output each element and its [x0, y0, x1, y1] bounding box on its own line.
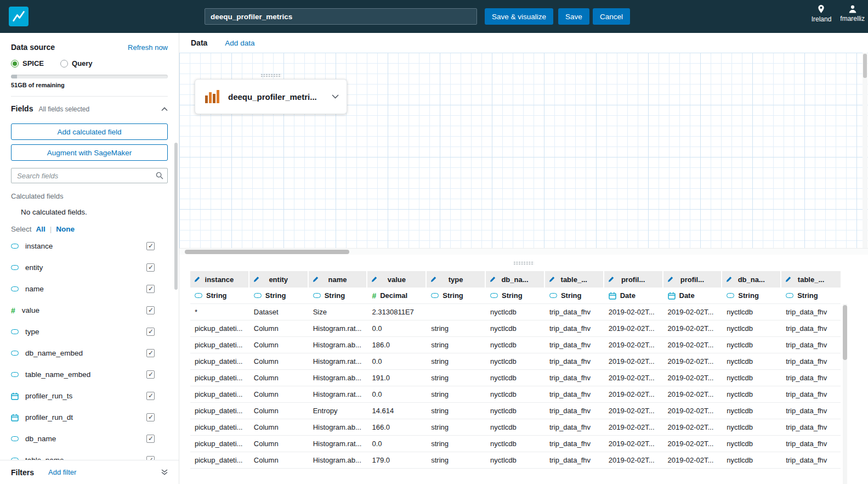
edit-column-icon[interactable] [608, 277, 614, 283]
field-row-instance[interactable]: instance [0, 235, 179, 257]
string-type-icon [727, 293, 734, 298]
edit-column-icon[interactable] [194, 277, 200, 283]
dataset-card[interactable]: deequ_profiler_metri... [195, 79, 347, 114]
card-drag-handle[interactable] [260, 74, 281, 77]
column-header[interactable]: table_... [781, 271, 841, 288]
augment-sagemaker-button[interactable]: Augment with SageMaker [11, 144, 168, 161]
field-checkbox[interactable] [146, 306, 155, 314]
tab-data[interactable]: Data [191, 38, 207, 47]
column-header[interactable]: db_na... [486, 271, 545, 288]
column-type-label: String [442, 291, 463, 300]
refresh-now-link[interactable]: Refresh now [128, 43, 168, 52]
data-preview: instanceentitynamevaluetypedb_na...table… [179, 271, 868, 484]
column-type-cell: String [781, 288, 841, 304]
add-filter-link[interactable]: Add filter [48, 468, 76, 476]
field-row-name[interactable]: name [0, 278, 179, 300]
save-button[interactable]: Save [558, 8, 589, 25]
column-header[interactable]: type [427, 271, 486, 288]
scrollbar-thumb[interactable] [863, 54, 867, 78]
field-row-table_name_embed[interactable]: table_name_embed [0, 364, 179, 385]
field-checkbox[interactable] [146, 349, 155, 357]
column-header[interactable]: name [309, 271, 368, 288]
edit-column-icon[interactable] [785, 277, 791, 283]
field-checkbox[interactable] [146, 392, 155, 400]
scrollbar-thumb[interactable] [185, 250, 349, 254]
select-none-link[interactable]: None [56, 225, 75, 233]
save-visualize-button[interactable]: Save & visualize [485, 8, 553, 25]
field-checkbox[interactable] [146, 370, 155, 379]
field-label: db_name_embed [25, 349, 83, 357]
column-header[interactable]: profil... [604, 271, 663, 288]
edit-column-icon[interactable] [371, 277, 377, 283]
table-cell: string [427, 436, 486, 452]
edit-column-icon[interactable] [430, 277, 436, 283]
field-row-db_name_embed[interactable]: db_name_embed [0, 342, 179, 364]
table-cell: pickup_dateti... [190, 337, 249, 353]
cancel-button[interactable]: Cancel [593, 8, 630, 25]
edit-column-icon[interactable] [667, 277, 673, 283]
edit-column-icon[interactable] [549, 277, 555, 283]
column-header[interactable]: value [367, 271, 427, 288]
column-type-label: String [738, 291, 759, 300]
edit-column-icon[interactable] [726, 277, 732, 283]
user-menu[interactable]: fmarelliz [840, 4, 865, 23]
table-cell: 2.3130811E7 [367, 304, 427, 320]
edit-column-icon[interactable] [490, 277, 496, 283]
table-cell: nyctlcdb [486, 403, 545, 419]
table-cell: trip_data_fhv [781, 304, 841, 320]
table-cell: Column [249, 320, 309, 337]
table-cell: 179.0 [367, 452, 427, 469]
decimal-type-icon: # [11, 307, 15, 314]
search-fields-input[interactable] [11, 168, 168, 183]
table-cell: nyctlcdb [486, 304, 545, 320]
region-selector[interactable]: Ireland [812, 4, 832, 23]
field-checkbox[interactable] [146, 263, 155, 272]
table-vertical-scrollbar[interactable] [843, 304, 847, 484]
field-row-type[interactable]: type [0, 321, 179, 342]
add-calculated-field-button[interactable]: Add calculated field [11, 123, 168, 140]
field-row-value[interactable]: #value [0, 300, 179, 321]
query-radio[interactable]: Query [60, 59, 93, 67]
column-header[interactable]: table_... [545, 271, 604, 288]
canvas-horizontal-scrollbar[interactable] [179, 248, 868, 255]
column-header[interactable]: profil... [663, 271, 723, 288]
filters-collapse-button[interactable] [161, 468, 168, 477]
canvas-vertical-scrollbar[interactable] [863, 53, 867, 248]
string-type-icon [11, 351, 19, 356]
spice-radio[interactable]: SPICE [11, 59, 44, 67]
dataset-name-input[interactable] [205, 8, 477, 25]
table-cell: trip_data_fhv [545, 320, 604, 337]
panel-splitter[interactable] [179, 255, 868, 271]
field-checkbox[interactable] [146, 456, 155, 460]
field-checkbox[interactable] [146, 285, 155, 293]
table-cell: Histogram.ab... [309, 452, 368, 469]
add-data-link[interactable]: Add data [225, 39, 254, 47]
table-cell: trip_data_fhv [545, 386, 604, 403]
field-checkbox[interactable] [146, 242, 155, 250]
select-all-link[interactable]: All [36, 225, 46, 233]
field-row-profiler_run_ts[interactable]: profiler_run_ts [0, 385, 179, 407]
splitter-drag-handle[interactable] [513, 261, 534, 265]
table-cell: nyctlcdb [722, 304, 781, 320]
field-row-entity[interactable]: entity [0, 257, 179, 278]
field-checkbox[interactable] [146, 328, 155, 336]
edit-column-icon[interactable] [313, 277, 319, 283]
quicksight-logo[interactable] [9, 7, 29, 26]
field-row-table_name[interactable]: table_name [0, 449, 179, 460]
scrollbar-thumb[interactable] [843, 305, 847, 360]
table-cell: 2019-02-02T... [604, 370, 663, 386]
field-row-db_name[interactable]: db_name [0, 428, 179, 449]
column-header[interactable]: instance [190, 271, 249, 288]
column-header[interactable]: db_na... [722, 271, 781, 288]
field-checkbox[interactable] [146, 435, 155, 443]
fields-collapse-button[interactable] [161, 104, 168, 114]
column-label: profil... [680, 275, 704, 284]
chevron-down-icon[interactable] [332, 94, 339, 99]
column-header[interactable]: entity [249, 271, 309, 288]
edit-column-icon[interactable] [253, 277, 259, 283]
column-type-label: String [502, 291, 523, 300]
field-row-profiler_run_dt[interactable]: profiler_run_dt [0, 407, 179, 428]
field-checkbox[interactable] [146, 413, 155, 421]
sidebar-scrollbar[interactable] [174, 143, 178, 290]
table-row: pickup_dateti...ColumnHistogram.rat...0.… [190, 353, 841, 370]
